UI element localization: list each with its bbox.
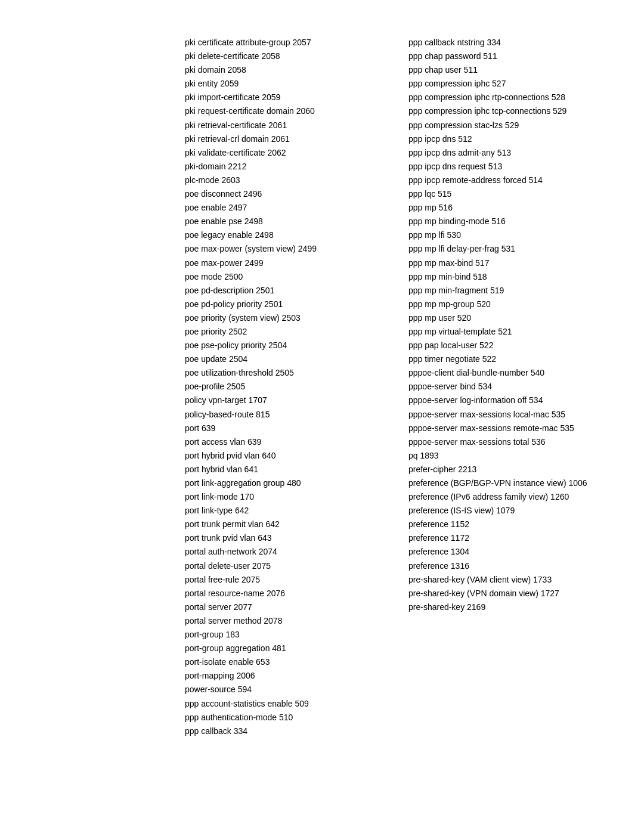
list-item: poe priority 2502	[185, 325, 385, 339]
list-item: port-group 183	[185, 628, 385, 642]
list-item: pki delete-certificate 2058	[185, 49, 385, 63]
list-item: ppp callback 334	[185, 724, 385, 738]
list-item: ppp lqc 515	[408, 187, 608, 201]
list-item: pki retrieval-crl domain 2061	[185, 132, 385, 146]
list-item: poe legacy enable 2498	[185, 228, 385, 242]
list-item: preference 1316	[408, 559, 608, 573]
list-item: plc-mode 2603	[185, 174, 385, 187]
list-item: pppoe-server max-sessions total 536	[408, 435, 608, 449]
list-item: ppp compression iphc 527	[408, 77, 608, 91]
list-item: preference 1304	[408, 545, 608, 559]
list-item: ppp mp min-fragment 519	[408, 284, 608, 298]
list-item: pq 1893	[408, 449, 608, 463]
list-item: ppp authentication-mode 510	[185, 711, 385, 724]
list-item: ppp ipcp dns admit-any 513	[408, 146, 608, 160]
list-item: ppp compression stac-lzs 529	[408, 119, 608, 132]
list-item: portal delete-user 2075	[185, 559, 385, 573]
list-item: portal server 2077	[185, 600, 385, 614]
list-item: ppp ipcp remote-address forced 514	[408, 174, 608, 187]
list-item: ppp mp virtual-template 521	[408, 325, 608, 339]
list-item: preference 1152	[408, 518, 608, 531]
right-column: ppp callback ntstring 334ppp chap passwo…	[408, 36, 608, 738]
list-item: poe disconnect 2496	[185, 187, 385, 201]
list-item: portal server method 2078	[185, 614, 385, 628]
list-item: ppp compression iphc rtp-connections 528	[408, 91, 608, 104]
list-item: preference (IPv6 address family view) 12…	[408, 490, 608, 504]
list-item: pki domain 2058	[185, 63, 385, 77]
list-item: pppoe-server max-sessions local-mac 535	[408, 408, 608, 422]
list-item: ppp mp lfi delay-per-frag 531	[408, 242, 608, 256]
list-item: ppp mp max-bind 517	[408, 256, 608, 270]
list-item: pre-shared-key (VAM client view) 1733	[408, 573, 608, 587]
list-item: ppp mp lfi 530	[408, 228, 608, 242]
list-item: port hybrid vlan 641	[185, 463, 385, 476]
list-item: preference (IS-IS view) 1079	[408, 504, 608, 518]
list-item: poe pse-policy priority 2504	[185, 339, 385, 352]
list-item: poe enable pse 2498	[185, 215, 385, 228]
list-item: portal auth-network 2074	[185, 545, 385, 559]
list-item: poe max-power 2499	[185, 256, 385, 270]
list-item: poe priority (system view) 2503	[185, 311, 385, 325]
list-item: policy vpn-target 1707	[185, 394, 385, 407]
list-item: ppp chap user 511	[408, 63, 608, 77]
list-item: pppoe-server bind 534	[408, 380, 608, 394]
list-item: poe-profile 2505	[185, 380, 385, 394]
list-item: pki-domain 2212	[185, 160, 385, 174]
list-item: port link-mode 170	[185, 490, 385, 504]
list-item: pppoe-server max-sessions remote-mac 535	[408, 422, 608, 435]
list-item: port hybrid pvid vlan 640	[185, 449, 385, 463]
list-item: ppp mp binding-mode 516	[408, 215, 608, 228]
list-item: portal resource-name 2076	[185, 587, 385, 600]
list-item: ppp mp 516	[408, 201, 608, 215]
list-item: poe enable 2497	[185, 201, 385, 215]
list-item: pki entity 2059	[185, 77, 385, 91]
list-item: pppoe-server log-information off 534	[408, 394, 608, 407]
list-item: ppp callback ntstring 334	[408, 36, 608, 49]
list-item: poe max-power (system view) 2499	[185, 242, 385, 256]
list-item: ppp ipcp dns request 513	[408, 160, 608, 174]
list-item: port trunk pvid vlan 643	[185, 531, 385, 545]
list-item: poe utilization-threshold 2505	[185, 366, 385, 380]
list-item: ppp account-statistics enable 509	[185, 697, 385, 711]
list-item: portal free-rule 2075	[185, 573, 385, 587]
list-item: poe mode 2500	[185, 270, 385, 284]
list-item: port 639	[185, 422, 385, 435]
list-item: pki import-certificate 2059	[185, 91, 385, 104]
list-item: port-group aggregation 481	[185, 642, 385, 655]
list-item: port-isolate enable 653	[185, 655, 385, 669]
list-item: pki validate-certificate 2062	[185, 146, 385, 160]
list-item: port access vlan 639	[185, 435, 385, 449]
list-item: pre-shared-key 2169	[408, 600, 608, 614]
list-item: ppp pap local-user 522	[408, 339, 608, 352]
list-item: port-mapping 2006	[185, 669, 385, 683]
list-item: poe pd-policy priority 2501	[185, 298, 385, 311]
list-item: port trunk permit vlan 642	[185, 518, 385, 531]
list-item: power-source 594	[185, 683, 385, 696]
list-item: ppp chap password 511	[408, 49, 608, 63]
page-content: pki certificate attribute-group 2057pki …	[0, 0, 644, 774]
list-item: pki request-certificate domain 2060	[185, 104, 385, 118]
list-item: pre-shared-key (VPN domain view) 1727	[408, 587, 608, 600]
list-item: pki certificate attribute-group 2057	[185, 36, 385, 49]
list-item: policy-based-route 815	[185, 408, 385, 422]
list-item: ppp timer negotiate 522	[408, 352, 608, 366]
list-item: ppp compression iphc tcp-connections 529	[408, 104, 608, 118]
list-item: preference 1172	[408, 531, 608, 545]
list-item: ppp mp min-bind 518	[408, 270, 608, 284]
list-item: pki retrieval-certificate 2061	[185, 119, 385, 132]
list-item: poe update 2504	[185, 352, 385, 366]
list-item: port link-type 642	[185, 504, 385, 518]
list-item: ppp ipcp dns 512	[408, 132, 608, 146]
list-item: pppoe-client dial-bundle-number 540	[408, 366, 608, 380]
list-item: poe pd-description 2501	[185, 284, 385, 298]
list-item: preference (BGP/BGP-VPN instance view) 1…	[408, 476, 608, 490]
list-item: port link-aggregation group 480	[185, 476, 385, 490]
list-item: ppp mp user 520	[408, 311, 608, 325]
left-column: pki certificate attribute-group 2057pki …	[185, 36, 385, 738]
list-item: ppp mp mp-group 520	[408, 298, 608, 311]
list-item: prefer-cipher 2213	[408, 463, 608, 476]
